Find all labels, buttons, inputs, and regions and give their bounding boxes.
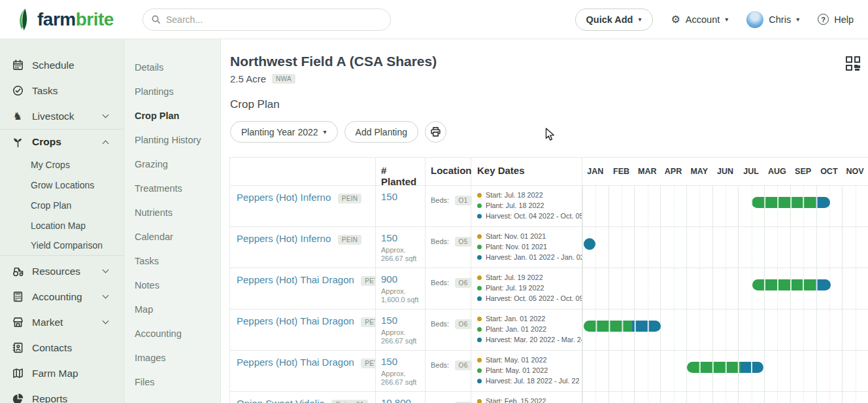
- sidebar-item-label: Location Map: [31, 220, 86, 231]
- subnav-item-images[interactable]: Images: [124, 345, 220, 370]
- sidebar-item-tasks[interactable]: Tasks: [0, 78, 124, 103]
- start-dot: [477, 317, 482, 321]
- subnav-item-label: Accounting: [135, 328, 182, 339]
- subnav-item-files[interactable]: Files: [124, 370, 220, 394]
- key-date-text: Harvest: Oct. 04 2022 - Oct. 05: [486, 212, 582, 221]
- subnav-item-accounting[interactable]: Accounting: [124, 321, 220, 345]
- gantt-bar[interactable]: [752, 197, 830, 208]
- chevron-down-icon: [103, 112, 109, 118]
- primary-sidebar: Schedule Tasks ♞ Livestock Crops My Crop…: [0, 39, 124, 403]
- subnav-items: Details Plantings Crop Plan Planting His…: [124, 55, 220, 394]
- key-date-text: Harvest: Mar. 20 2022 - Mar. 24: [486, 336, 582, 345]
- planted-count[interactable]: 900: [381, 273, 397, 285]
- gantt-bar[interactable]: [752, 279, 831, 290]
- planted-count[interactable]: 150: [381, 191, 397, 202]
- page-title: Northwest Field A (CSA Shares): [230, 54, 437, 69]
- sidebar-item-resources[interactable]: Resources: [0, 258, 124, 284]
- table-header-row: # Planted Location Key Dates JANFEBMARAP…: [230, 158, 868, 186]
- subnav-item-tasks[interactable]: Tasks: [124, 249, 220, 273]
- year-filter-button[interactable]: Planting Year 2022 ▾: [230, 121, 338, 143]
- location-label: Beds:: [431, 237, 449, 245]
- sidebar-item-yield-comparison[interactable]: Yield Comparison: [0, 236, 124, 256]
- col-header-crop: [230, 158, 376, 185]
- subnav-item-label: Treatments: [135, 183, 182, 194]
- table-body: Peppers (Hot) Inferno PEIN 150 Beds: O1 …: [230, 186, 868, 403]
- sidebar-item-grow-locations[interactable]: Grow Locations: [0, 175, 124, 195]
- subnav-item-treatments[interactable]: Treatments: [124, 176, 220, 200]
- subnav-item-nutrients[interactable]: Nutrients: [124, 200, 220, 224]
- account-menu[interactable]: ⚙ Account ▾: [671, 14, 729, 25]
- gantt-bar[interactable]: [687, 362, 763, 373]
- sidebar-item-reports[interactable]: Reports: [0, 386, 124, 403]
- location-badge: O1: [455, 196, 472, 205]
- caret-down-icon: ▾: [796, 16, 799, 23]
- key-dates: Start: May. 01 2022Plant: May. 01 2022Ha…: [471, 351, 582, 391]
- header-actions: Quick Add ▾ ⚙ Account ▾ Chris ▾ ? Help: [575, 9, 854, 31]
- sidebar-item-contacts[interactable]: Contacts: [0, 335, 124, 360]
- subnav-item-crop-plan[interactable]: Crop Plan: [124, 103, 220, 128]
- user-menu[interactable]: Chris ▾: [746, 11, 799, 28]
- key-date-text: Start: Jan. 01 2022: [486, 315, 545, 324]
- app-logo[interactable]: farmbrite: [17, 8, 132, 31]
- crop-badge: PETH: [361, 276, 376, 286]
- add-planting-button[interactable]: Add Planting: [344, 121, 418, 143]
- key-date-text: Plant: May. 01 2022: [486, 366, 548, 376]
- sidebar-item-label: Resources: [32, 266, 80, 277]
- crop-link[interactable]: Peppers (Hot) Thai Dragon: [237, 357, 354, 368]
- help-link[interactable]: ? Help: [818, 14, 854, 25]
- planted-count[interactable]: 150: [381, 232, 397, 243]
- gantt-cell: [582, 392, 868, 403]
- crop-link[interactable]: Peppers (Hot) Thai Dragon: [237, 274, 354, 285]
- key-date-text: Plant: Nov. 01 2021: [486, 243, 547, 252]
- sidebar-item-crops[interactable]: Crops: [0, 129, 124, 154]
- sidebar-item-farm-map[interactable]: Farm Map: [0, 360, 124, 386]
- calculator-icon: [11, 291, 24, 302]
- qr-grid-icon[interactable]: [846, 56, 860, 71]
- sidebar-item-livestock[interactable]: ♞ Livestock: [0, 103, 124, 129]
- planted-note: Approx. 266.67 sqft: [381, 328, 421, 345]
- subnav-item-label: Images: [135, 353, 166, 363]
- sidebar-item-label: Crops: [32, 136, 61, 148]
- print-button[interactable]: [425, 121, 446, 143]
- tractor-icon: [11, 266, 24, 277]
- sidebar-item-my-crops[interactable]: My Crops: [0, 154, 124, 175]
- crop-link[interactable]: Onion Sweet Vidalia: [237, 398, 325, 403]
- secondary-sidebar: Details Plantings Crop Plan Planting His…: [124, 39, 221, 403]
- sidebar-items: Schedule Tasks ♞ Livestock Crops My Crop…: [0, 52, 124, 403]
- quick-add-label: Quick Add: [586, 14, 633, 25]
- subnav-item-plantings[interactable]: Plantings: [124, 79, 220, 103]
- subnav-item-map[interactable]: Map: [124, 297, 220, 321]
- subnav-item-planting-history[interactable]: Planting History: [124, 128, 220, 152]
- subnav-item-calendar[interactable]: Calendar: [124, 224, 220, 249]
- subnav-item-label: Tasks: [135, 256, 159, 266]
- crop-link[interactable]: Peppers (Hot) Thai Dragon: [237, 315, 354, 326]
- sidebar-item-label: Livestock: [32, 111, 75, 122]
- subnav-item-notes[interactable]: Notes: [124, 273, 220, 297]
- location-badge: O6: [455, 360, 472, 370]
- caret-down-icon: ▾: [725, 16, 728, 23]
- location-label: Beds:: [431, 361, 449, 369]
- sidebar-item-market[interactable]: Market: [0, 309, 124, 335]
- sidebar-item-accounting[interactable]: Accounting: [0, 284, 124, 309]
- gantt-bar[interactable]: [584, 321, 661, 332]
- subnav-item-details[interactable]: Details: [124, 55, 220, 79]
- map-icon: [11, 368, 24, 379]
- subnav-item-grazing[interactable]: Grazing: [124, 152, 220, 176]
- key-date-text: Start: Feb. 15 2022: [486, 397, 546, 403]
- sidebar-item-label: Contacts: [32, 342, 72, 354]
- quick-add-button[interactable]: Quick Add ▾: [575, 9, 653, 31]
- sidebar-item-location-map[interactable]: Location Map: [0, 215, 124, 236]
- avatar: [746, 11, 763, 28]
- crop-link[interactable]: Peppers (Hot) Inferno: [237, 233, 331, 244]
- caret-down-icon: ▾: [324, 129, 327, 135]
- subnav-item-label: Plantings: [135, 86, 174, 97]
- planted-count[interactable]: 150: [381, 356, 397, 367]
- gantt-harvest-dot[interactable]: [584, 238, 595, 250]
- sidebar-item-crop-plan[interactable]: Crop Plan: [0, 195, 124, 215]
- search-input[interactable]: [166, 14, 382, 25]
- planted-count[interactable]: 10,800: [381, 397, 411, 403]
- crop-link[interactable]: Peppers (Hot) Inferno: [237, 192, 331, 203]
- planted-count[interactable]: 150: [381, 315, 397, 326]
- key-date-text: Start: Nov. 01 2021: [486, 232, 546, 241]
- sidebar-item-schedule[interactable]: Schedule: [0, 52, 124, 78]
